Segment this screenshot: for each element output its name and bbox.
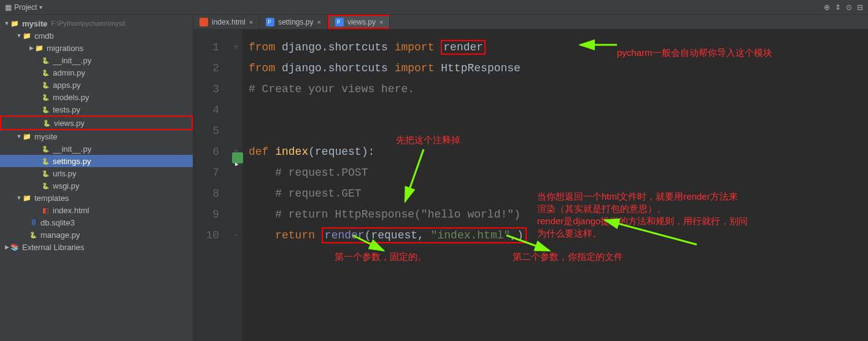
item-label: urls.py [53, 169, 76, 178]
tree-migrations[interactable]: migrations [0, 42, 193, 54]
item-label: db.sqlite3 [41, 218, 75, 227]
tree-file-init[interactable]: __init__.py [0, 54, 193, 66]
python-icon [335, 18, 344, 26]
tree-root[interactable]: mysite F:\Python\pycharm\mysit [0, 17, 193, 29]
lib-icon [10, 242, 20, 252]
collapse-icon[interactable]: ⇕ [835, 3, 841, 12]
folder-icon [22, 193, 32, 203]
editor-tabs: index.html × settings.py × views.py × [193, 15, 868, 29]
settings-icon[interactable]: ⊕ [824, 3, 830, 12]
annotation-text: 渲染（其实就是打包的意思）。 [537, 203, 748, 215]
code-editor[interactable]: 1 2 3 4 5 6 7 8 9 10 ⊖ ⊖ ⌙ from django.s… [193, 29, 868, 341]
item-label: External Libraries [22, 243, 84, 252]
folder-icon [22, 131, 32, 141]
code-body[interactable]: from django.shortcuts import render from… [242, 29, 868, 341]
line-number: 1 [193, 37, 219, 58]
tree-file-apps[interactable]: apps.py [0, 79, 193, 91]
tab-settings-py[interactable]: settings.py × [260, 15, 328, 29]
tab-label: views.py [347, 18, 376, 26]
annotation-text: pycharm一般会自动帮你导入这个模块 [617, 47, 772, 59]
tree-file-wsgi[interactable]: wsgi.py [0, 179, 193, 192]
python-icon [266, 18, 274, 26]
folder-icon [22, 31, 32, 41]
tree-db[interactable]: db.sqlite3 [0, 216, 193, 229]
fold-column: ⊖ ⊖ ⌙ [230, 29, 242, 341]
annotation: 第一个参数，固定的。 [335, 251, 427, 263]
annotation: pycharm一般会自动帮你导入这个模块 [617, 47, 772, 59]
line-number: 3 [193, 79, 219, 100]
tab-index-html[interactable]: index.html × [193, 15, 260, 29]
project-title: ▦ Project ▾ [5, 3, 820, 12]
python-icon [28, 230, 38, 240]
item-label: apps.py [53, 80, 81, 90]
tree-file-settings[interactable]: settings.py [0, 155, 193, 167]
root-path: F:\Python\pycharm\mysit [51, 20, 125, 27]
python-icon [41, 80, 50, 90]
fold-end: ⌙ [230, 225, 242, 246]
python-icon [41, 181, 50, 190]
item-label: index.html [53, 206, 89, 215]
line-number: 10 [193, 225, 219, 246]
fold-mark[interactable]: ⊖ [230, 37, 242, 58]
python-icon [41, 92, 50, 102]
main-area: mysite F:\Python\pycharm\mysit cmdb migr… [0, 15, 868, 341]
tab-views-py[interactable]: views.py × [328, 15, 390, 29]
item-label: __init__.py [53, 144, 91, 154]
code-line: # request.POST [249, 162, 868, 183]
locate-icon[interactable]: ⊙ [846, 3, 852, 12]
item-label: templates [34, 194, 69, 203]
dropdown-icon[interactable]: ▾ [39, 4, 42, 10]
tree-file-models[interactable]: models.py [0, 91, 193, 103]
folder-icon [34, 43, 44, 53]
editor-area: index.html × settings.py × views.py × 1 … [193, 15, 868, 341]
html-icon [200, 18, 208, 26]
tree-manage[interactable]: manage.py [0, 229, 193, 241]
item-label: tests.py [53, 105, 80, 114]
line-number: 5 [193, 120, 219, 141]
python-icon [41, 55, 50, 65]
tree-templates[interactable]: templates [0, 192, 193, 204]
hide-icon[interactable]: ⊟ [857, 3, 863, 12]
annotation-text: 当你想返回一个html文件时，就要用render方法来 [537, 190, 748, 203]
code-line [249, 100, 868, 120]
item-label: admin.py [53, 68, 85, 77]
annotation-text: render是django提供的方法和规则，用行就行，别问 [537, 215, 748, 227]
python-icon [41, 156, 50, 166]
root-name: mysite [22, 19, 47, 28]
line-number: 2 [193, 58, 219, 79]
close-icon[interactable]: × [249, 18, 253, 26]
code-line: # Create your views here. [249, 79, 868, 100]
tree-file-urls[interactable]: urls.py [0, 167, 193, 179]
tree-mysite-inner[interactable]: mysite [0, 130, 193, 143]
tree-file-admin[interactable]: admin.py [0, 66, 193, 79]
close-icon[interactable]: × [379, 18, 383, 26]
tree-file-init2[interactable]: __init__.py [0, 143, 193, 155]
item-label: manage.py [41, 230, 80, 240]
tree-file-views[interactable]: views.py [0, 116, 193, 130]
python-icon [41, 144, 50, 154]
line-number: 7 [193, 162, 219, 183]
toolbar-icons: ⊕ ⇕ ⊙ ⊟ [824, 3, 863, 12]
item-label: cmdb [34, 31, 54, 41]
item-label: wsgi.py [53, 181, 79, 190]
code-line: def index(request): [249, 141, 868, 162]
tree-file-tests[interactable]: tests.py [0, 103, 193, 116]
line-gutter: 1 2 3 4 5 6 7 8 9 10 [193, 29, 230, 341]
db-icon [28, 218, 38, 227]
run-gutter-icon[interactable] [232, 152, 243, 163]
project-icon: ▦ [5, 3, 12, 12]
line-number: 9 [193, 204, 219, 225]
annotation-text: 为什么要这样。 [537, 227, 748, 240]
python-icon [41, 68, 50, 77]
tree-cmdb[interactable]: cmdb [0, 29, 193, 42]
tree-file-indexhtml[interactable]: index.html [0, 204, 193, 216]
line-number: 6 [193, 141, 219, 162]
project-label: Project [14, 3, 37, 12]
tree-external-libs[interactable]: External Libraries [0, 241, 193, 253]
close-icon[interactable]: × [317, 18, 321, 26]
annotation: 当你想返回一个html文件时，就要用render方法来 渲染（其实就是打包的意思… [537, 190, 748, 240]
line-number: 8 [193, 183, 219, 204]
python-icon [41, 104, 50, 114]
project-tree[interactable]: mysite F:\Python\pycharm\mysit cmdb migr… [0, 15, 193, 341]
python-icon [41, 168, 50, 178]
